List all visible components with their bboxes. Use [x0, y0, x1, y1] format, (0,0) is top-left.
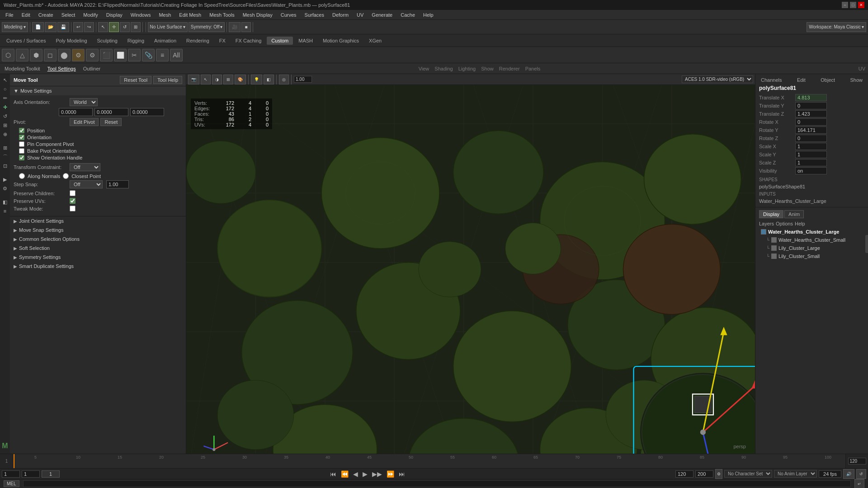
soft-selection-row[interactable]: ▶ Soft Selection — [10, 244, 186, 253]
select-tool-btn[interactable]: ↖ — [98, 22, 108, 32]
display-layer-icon[interactable]: ◧ — [1, 198, 9, 206]
frame-display-input[interactable] — [294, 76, 312, 83]
preserve-uvs-checkbox[interactable] — [70, 198, 75, 204]
shelf-icon-12[interactable]: ≡ — [156, 49, 169, 61]
playback-options-btn[interactable]: ⚙ — [715, 469, 722, 479]
no-live-surface-dropdown[interactable]: No Live Surface ▾ — [148, 22, 188, 32]
shelf-icon-6[interactable]: ⚙ — [72, 49, 85, 61]
tool-help-btn[interactable]: Tool Help — [153, 76, 182, 84]
translate-z-input[interactable]: 1.423 — [795, 110, 827, 117]
translate-y-input[interactable]: 0 — [795, 102, 827, 109]
vp-shadow-btn[interactable]: ◧ — [264, 75, 274, 84]
timeline-end-input[interactable] — [848, 458, 866, 465]
play-btn[interactable]: ▶ — [361, 470, 369, 478]
input-item[interactable]: Water_Hearths_Cluster_Large — [759, 198, 864, 204]
play-forward-btn[interactable]: ▶▶ — [371, 470, 383, 478]
rotate-icon[interactable]: ↺ — [1, 112, 9, 120]
coord-z-input[interactable] — [130, 108, 164, 116]
scale-icon[interactable]: ⊞ — [1, 121, 9, 129]
shelf-icon-10[interactable]: ✂ — [128, 49, 141, 61]
open-btn[interactable]: 📂 — [45, 22, 57, 32]
vp-tex-btn[interactable]: 🎨 — [235, 75, 246, 84]
tab-animation[interactable]: Animation — [150, 37, 181, 45]
vp-light-btn[interactable]: 💡 — [251, 75, 262, 84]
rotate-x-input[interactable]: 0 — [795, 118, 827, 126]
menu-windows[interactable]: Windows — [127, 11, 155, 19]
vp-isolate-btn[interactable]: ◎ — [279, 75, 289, 84]
anim-tab[interactable]: Anim — [784, 210, 804, 218]
render-icon[interactable]: ▶ — [1, 175, 9, 183]
show-btn[interactable]: Show — [848, 77, 864, 83]
menu-surfaces[interactable]: Surfaces — [301, 11, 328, 19]
playback-frame-start[interactable]: 1 — [2, 470, 20, 478]
edit-pivot-btn[interactable]: Edit Pivot — [70, 118, 99, 126]
vp-menu-renderer[interactable]: Renderer — [499, 66, 522, 71]
menu-generate[interactable]: Generate — [368, 11, 396, 19]
workspace-dropdown[interactable]: Modeling ▾ — [2, 22, 28, 32]
snap-point-icon[interactable]: ⊡ — [1, 162, 9, 170]
lasso-icon[interactable]: ○ — [1, 85, 9, 93]
next-key-btn[interactable]: ⏩ — [385, 470, 396, 478]
tab-custom[interactable]: Custom — [267, 37, 293, 45]
menu-mesh-tools[interactable]: Mesh Tools — [206, 11, 238, 19]
menu-cache[interactable]: Cache — [397, 11, 419, 19]
audio-btn[interactable]: 🔊 — [843, 469, 854, 479]
channels-btn[interactable]: Channels — [759, 77, 783, 83]
anim-layer-select[interactable]: No Anim Layer — [774, 470, 817, 478]
help-btn[interactable]: Help — [795, 221, 805, 226]
render-settings-icon[interactable]: ⚙ — [1, 184, 9, 192]
command-input[interactable] — [23, 480, 851, 487]
axis-orientation-select[interactable]: World Object Local — [70, 98, 98, 106]
universal-manip-icon[interactable]: ⊕ — [1, 130, 9, 138]
rotate-tool-btn[interactable]: ↺ — [120, 22, 130, 32]
move-icon[interactable]: ✛ — [1, 103, 9, 111]
translate-x-input[interactable]: 4.813 — [795, 94, 827, 101]
tab-fx-caching[interactable]: FX Caching — [231, 37, 266, 45]
menu-create[interactable]: Create — [35, 11, 57, 19]
shelf-icon-2[interactable]: △ — [16, 49, 28, 61]
vp-menu-panels[interactable]: Panels — [525, 66, 542, 71]
options-btn[interactable]: Options — [776, 221, 793, 226]
shelf-icon-3[interactable]: ⬢ — [30, 49, 42, 61]
anim-layer-icon[interactable]: ≡ — [1, 207, 9, 215]
select-icon[interactable]: ↖ — [1, 76, 9, 84]
step-snap-select[interactable]: Off Relative Absolute — [70, 180, 103, 188]
menu-edit-mesh[interactable]: Edit Mesh — [175, 11, 205, 19]
anim-end-input[interactable] — [675, 470, 693, 478]
vp-shading-btn[interactable]: ◑ — [212, 75, 222, 84]
workspace-label-dropdown[interactable]: Workspace: Maya Classic ▾ — [807, 22, 866, 32]
paint-icon[interactable]: ✏ — [1, 94, 9, 102]
scale-y-input[interactable]: 1 — [795, 151, 827, 158]
prev-frame-btn[interactable]: ◀ — [352, 470, 359, 478]
uv-editor-icon[interactable]: UV — [859, 66, 865, 71]
command-enter-btn[interactable]: ↵ — [854, 479, 864, 488]
move-settings-header[interactable]: ▼ Move Settings — [10, 86, 186, 95]
tab-rendering[interactable]: Rendering — [182, 37, 214, 45]
color-profile-select[interactable]: ACES 1.0 SDR-video (sRGB) — [682, 75, 753, 83]
skip-start-btn[interactable]: ⏮ — [329, 470, 338, 478]
layer-item-4[interactable]: └ Lily_Cluster_Small — [759, 253, 864, 260]
object-btn[interactable]: Object — [819, 77, 837, 83]
bake-pivot-checkbox[interactable] — [19, 148, 24, 154]
vp-menu-show[interactable]: Show — [481, 66, 495, 71]
vp-wire-btn[interactable]: ⊞ — [223, 75, 233, 84]
shape-item[interactable]: polySurfaceShape81 — [759, 183, 864, 190]
menu-modify[interactable]: Modify — [80, 11, 101, 19]
layer-item-2[interactable]: └ Water_Hearths_Cluster_Small — [759, 236, 864, 244]
modeling-toolkit-tab[interactable]: Modeling Toolkit — [3, 66, 42, 72]
loop-btn[interactable]: ↺ — [856, 469, 866, 479]
coord-x-input[interactable] — [59, 108, 93, 116]
tab-mash[interactable]: MASH — [294, 37, 317, 45]
symmetry-dropdown[interactable]: Symmetry: Off ▾ — [189, 22, 225, 32]
playback-anim-end[interactable] — [695, 470, 713, 478]
tab-xgen[interactable]: XGen — [364, 37, 386, 45]
reset-pivot-btn[interactable]: Reset — [100, 118, 122, 126]
transform-constraint-select[interactable]: Off Edge Surface — [70, 163, 100, 171]
move-snap-row[interactable]: ▶ Move Snap Settings — [10, 225, 186, 235]
viewport-canvas[interactable]: Verts: 172 4 0 Edges: 172 4 0 Faces: 43 … — [186, 85, 755, 454]
menu-curves[interactable]: Curves — [277, 11, 300, 19]
joint-orient-row[interactable]: ▶ Joint Orient Settings — [10, 216, 186, 225]
common-selection-row[interactable]: ▶ Common Selection Options — [10, 235, 186, 244]
menu-mesh-display[interactable]: Mesh Display — [239, 11, 276, 19]
move-tool-btn[interactable]: ✛ — [109, 22, 119, 32]
